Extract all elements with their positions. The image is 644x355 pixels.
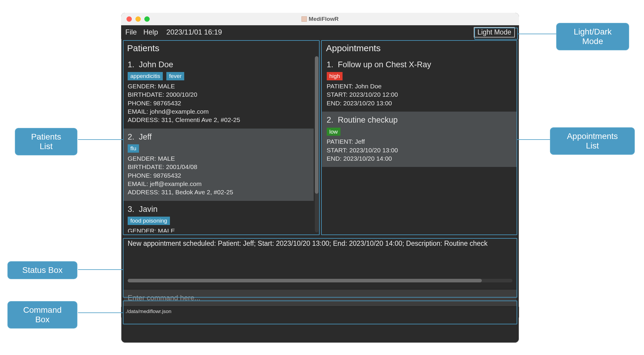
window-title-text: MediFlowR xyxy=(309,16,338,22)
patient-email: EMAIL: jeff@example.com xyxy=(128,180,309,188)
appointment-card[interactable]: 1. Follow up on Chest X-Ray high PATIENT… xyxy=(322,56,518,112)
patient-phone: PHONE: 98765432 xyxy=(128,171,309,180)
callout-appointments-list: Appointments List xyxy=(550,127,635,155)
patient-birthdate: BIRTHDATE: 2000/10/20 xyxy=(128,90,309,99)
command-input[interactable] xyxy=(128,294,512,302)
appointment-patient: PATIENT: John Doe xyxy=(327,82,513,90)
menu-file[interactable]: File xyxy=(125,28,137,36)
tag: fever xyxy=(166,72,184,80)
menubar: File Help 2023/11/01 16:19 Light Mode xyxy=(121,25,519,39)
leader-line xyxy=(78,269,123,270)
patient-birthdate: BIRTHDATE: 2001/04/08 xyxy=(128,163,309,171)
callout-status-box: Status Box xyxy=(7,261,77,279)
leader-line xyxy=(78,139,123,140)
appointment-end: END: 2023/10/20 14:00 xyxy=(327,154,513,163)
patient-card[interactable]: 2. Jeff flu GENDER: MALE BIRTHDATE: 2001… xyxy=(123,129,314,201)
callout-mode: Light/Dark Mode xyxy=(556,23,629,50)
patient-email: EMAIL: johnd@example.com xyxy=(128,107,309,116)
patients-scrollbar[interactable] xyxy=(315,56,318,232)
command-box[interactable] xyxy=(123,289,517,307)
patient-card[interactable]: 3. Javin food poisoning GENDER: MALE xyxy=(123,201,314,232)
priority-tag: low xyxy=(327,128,341,136)
tag: food poisoning xyxy=(128,217,170,225)
appointment-tags: high xyxy=(327,72,513,80)
appointments-header: Appointments xyxy=(322,41,518,56)
footer-path: ./data/mediflowr.json xyxy=(121,307,519,318)
appointment-patient: PATIENT: Jeff xyxy=(327,137,513,146)
patient-card[interactable]: 1. John Doe appendicitis fever GENDER: M… xyxy=(123,56,314,129)
status-box: New appointment scheduled: Patient: Jeff… xyxy=(123,236,517,285)
patient-gender: GENDER: MALE xyxy=(128,227,309,232)
main-panels: Patients 1. John Doe appendicitis fever … xyxy=(121,39,519,234)
patient-gender: GENDER: MALE xyxy=(128,154,309,163)
patient-address: ADDRESS: 311, Clementi Ave 2, #02-25 xyxy=(128,116,309,124)
patient-phone: PHONE: 98765432 xyxy=(128,99,309,107)
patients-panel: Patients 1. John Doe appendicitis fever … xyxy=(123,41,318,232)
leader-line xyxy=(78,312,123,313)
leader-line xyxy=(518,34,556,34)
leader-line xyxy=(517,139,550,140)
app-window: MediFlowR File Help 2023/11/01 16:19 Lig… xyxy=(121,13,519,343)
patients-list[interactable]: 1. John Doe appendicitis fever GENDER: M… xyxy=(123,56,318,232)
patient-title: 3. Javin xyxy=(128,204,309,215)
patient-tags: appendicitis fever xyxy=(128,72,309,80)
status-hscrollbar[interactable] xyxy=(128,279,512,282)
scrollbar-thumb[interactable] xyxy=(128,279,482,282)
light-dark-mode-toggle[interactable]: Light Mode xyxy=(474,27,515,37)
window-title: MediFlowR xyxy=(121,16,519,22)
patient-title: 2. Jeff xyxy=(128,132,309,142)
scrollbar-thumb[interactable] xyxy=(315,56,318,194)
appointment-card[interactable]: 2. Routine checkup low PATIENT: Jeff STA… xyxy=(322,112,518,167)
appointment-start: START: 2023/10/20 13:00 xyxy=(327,146,513,154)
appointment-title: 2. Routine checkup xyxy=(327,115,513,125)
tag: flu xyxy=(128,144,139,153)
appointment-title: 1. Follow up on Chest X-Ray xyxy=(327,59,513,70)
status-message: New appointment scheduled: Patient: Jeff… xyxy=(128,240,512,248)
appointment-tags: low xyxy=(327,127,513,136)
tag: appendicitis xyxy=(128,72,163,80)
appointments-panel: Appointments 1. Follow up on Chest X-Ray… xyxy=(322,41,518,232)
callout-patients-list: Patients List xyxy=(15,128,77,155)
patient-address: ADDRESS: 311, Bedok Ave 2, #02-25 xyxy=(128,188,309,196)
patient-tags: food poisoning xyxy=(128,216,309,225)
patients-header: Patients xyxy=(123,41,318,56)
appointment-end: END: 2023/10/20 13:00 xyxy=(327,99,513,107)
patient-tags: flu xyxy=(128,144,309,153)
titlebar: MediFlowR xyxy=(121,13,519,25)
priority-tag: high xyxy=(327,72,343,80)
menu-help[interactable]: Help xyxy=(143,28,158,36)
patient-title: 1. John Doe xyxy=(128,59,309,70)
appointment-start: START: 2023/10/20 12:00 xyxy=(327,90,513,99)
callout-command-box: Command Box xyxy=(7,301,77,329)
patient-gender: GENDER: MALE xyxy=(128,82,309,90)
appointments-list[interactable]: 1. Follow up on Chest X-Ray high PATIENT… xyxy=(322,56,518,232)
menubar-datetime: 2023/11/01 16:19 xyxy=(166,28,222,36)
app-icon xyxy=(301,16,307,22)
